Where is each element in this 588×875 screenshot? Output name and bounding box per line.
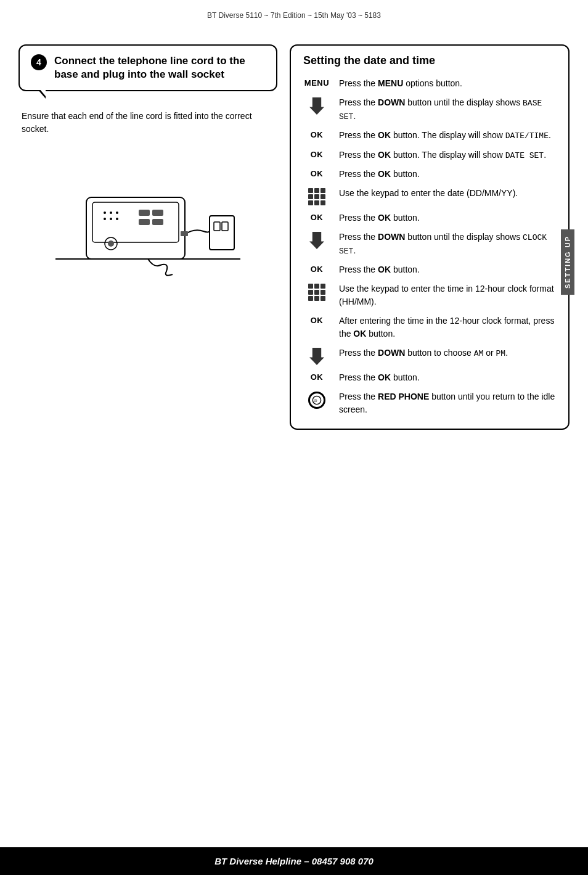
instruction-text-ok7: Press the OK button. <box>339 371 556 384</box>
step-title: Connect the telephone line cord to the b… <box>54 54 265 81</box>
left-column: 4 Connect the telephone line cord to the… <box>18 44 277 442</box>
instruction-text-keypad2: Use the keypad to enter the time in 12-h… <box>339 282 556 308</box>
page-footer: BT Diverse Helpline – 08457 908 070 <box>0 847 588 875</box>
instruction-row: OK Press the OK button. The display will… <box>303 149 556 162</box>
keypad-icon-cell-1 <box>303 187 330 205</box>
down-arrow-cell-1 <box>303 96 330 115</box>
down-arrow-icon-3 <box>309 348 324 365</box>
instruction-text-ok6: After entering the time in the 12-hour c… <box>339 314 556 340</box>
keypad-icon-2 <box>308 284 325 301</box>
phone-illustration <box>49 148 247 284</box>
svg-rect-9 <box>139 210 150 216</box>
ok-icon-cell-3: OK <box>303 168 330 178</box>
ok-label-4: OK <box>311 213 324 222</box>
right-column: Setting the date and time MENU Press the… <box>290 44 570 442</box>
svg-text:⊙: ⊙ <box>314 398 317 403</box>
svg-point-4 <box>110 212 112 214</box>
down-arrow-icon <box>309 97 324 115</box>
instruction-list: MENU Press the MENU options button. Pres… <box>303 77 556 416</box>
step-number: 4 <box>31 54 47 70</box>
step-box: 4 Connect the telephone line cord to the… <box>18 44 277 91</box>
svg-point-3 <box>104 212 106 214</box>
svg-point-8 <box>116 218 118 220</box>
instruction-row: Press the DOWN button until the display … <box>303 231 556 257</box>
ok-icon-cell-2: OK <box>303 149 330 159</box>
instruction-row: Use the keypad to enter the time in 12-h… <box>303 282 556 308</box>
instruction-text-down1: Press the DOWN button until the display … <box>339 96 556 123</box>
instruction-text-ok5: Press the OK button. <box>339 263 556 276</box>
svg-rect-18 <box>181 231 188 236</box>
instruction-row: Use the keypad to enter the date (DD/MM/… <box>303 187 556 205</box>
svg-point-14 <box>108 240 114 247</box>
menu-icon-cell: MENU <box>303 77 330 88</box>
svg-rect-2 <box>92 202 179 242</box>
instruction-text-ok2: Press the OK button. The display will sh… <box>339 149 556 162</box>
svg-rect-16 <box>214 222 220 231</box>
illustration <box>18 148 277 284</box>
down-arrow-cell-3 <box>303 347 330 365</box>
svg-point-7 <box>110 218 112 220</box>
header-text: BT Diverse 5110 ~ 7th Edition ~ 15th May… <box>207 11 381 20</box>
instruction-row: Press the DOWN button to choose AM or PM… <box>303 347 556 365</box>
setting-box: Setting the date and time MENU Press the… <box>290 44 570 430</box>
red-phone-icon: ⊙ <box>308 392 325 409</box>
instruction-text-phone: Press the RED PHONE button until you ret… <box>339 390 556 416</box>
instruction-row: OK Press the OK button. <box>303 212 556 224</box>
instruction-row: ⊙ Press the RED PHONE button until you r… <box>303 390 556 416</box>
ok-icon-cell-6: OK <box>303 314 330 325</box>
instruction-text-down3: Press the DOWN button to choose AM or PM… <box>339 347 556 360</box>
instruction-text-ok1: Press the OK button. The display will sh… <box>339 129 556 142</box>
instruction-row: Press the DOWN button until the display … <box>303 96 556 123</box>
ok-label-5: OK <box>311 265 324 274</box>
ok-icon-cell-5: OK <box>303 263 330 274</box>
instruction-row: MENU Press the MENU options button. <box>303 77 556 90</box>
ensure-text: Ensure that each end of the line cord is… <box>18 110 277 136</box>
instruction-text-menu: Press the MENU options button. <box>339 77 556 90</box>
footer-text: BT Diverse Helpline – 08457 908 070 <box>214 856 374 866</box>
ok-icon-cell-1: OK <box>303 129 330 139</box>
ok-icon-cell-4: OK <box>303 212 330 222</box>
ok-icon-cell-7: OK <box>303 371 330 382</box>
keypad-icon-1 <box>308 188 325 205</box>
svg-rect-15 <box>210 216 234 250</box>
ok-label-2: OK <box>311 150 324 159</box>
page-header: BT Diverse 5110 ~ 7th Edition ~ 15th May… <box>0 0 588 26</box>
instruction-text-down2: Press the DOWN button until the display … <box>339 231 556 257</box>
svg-rect-17 <box>222 222 228 231</box>
menu-label: MENU <box>304 78 329 88</box>
ok-label-3: OK <box>311 169 324 178</box>
instruction-row: OK Press the OK button. <box>303 371 556 384</box>
instruction-text-ok3: Press the OK button. <box>339 168 556 181</box>
svg-rect-12 <box>152 219 163 225</box>
ok-label-7: OK <box>311 372 324 382</box>
svg-point-5 <box>116 212 118 214</box>
svg-point-6 <box>104 218 106 220</box>
down-arrow-icon-2 <box>309 232 324 249</box>
instruction-text-keypad1: Use the keypad to enter the date (DD/MM/… <box>339 187 556 200</box>
down-arrow-cell-2 <box>303 231 330 249</box>
ok-label-1: OK <box>311 130 324 139</box>
instruction-row: OK After entering the time in the 12-hou… <box>303 314 556 340</box>
svg-rect-11 <box>139 219 150 225</box>
instruction-text-ok4: Press the OK button. <box>339 212 556 224</box>
side-tab: SETTING UP <box>561 229 574 295</box>
instruction-row: OK Press the OK button. <box>303 168 556 181</box>
ok-label-6: OK <box>311 316 324 325</box>
phone-icon-cell: ⊙ <box>303 390 330 409</box>
instruction-row: OK Press the OK button. <box>303 263 556 276</box>
instruction-row: OK Press the OK button. The display will… <box>303 129 556 142</box>
main-content: 4 Connect the telephone line cord to the… <box>0 26 588 442</box>
svg-rect-1 <box>86 197 185 259</box>
svg-rect-10 <box>152 210 163 216</box>
setting-box-title: Setting the date and time <box>303 54 556 67</box>
keypad-icon-cell-2 <box>303 282 330 301</box>
